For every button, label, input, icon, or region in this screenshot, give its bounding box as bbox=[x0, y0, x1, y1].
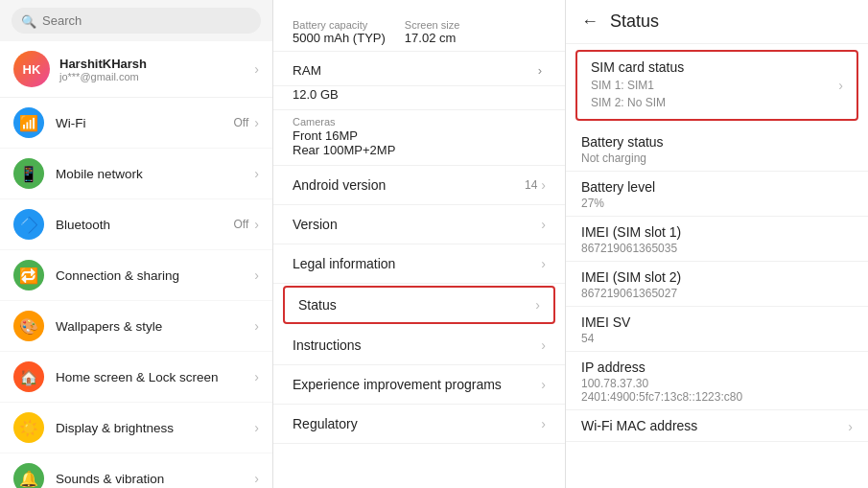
battery-level-label: Battery level bbox=[581, 179, 853, 195]
sidebar-item-wifi[interactable]: 📶 Wi-Fi Off › bbox=[0, 98, 272, 149]
battery-label: Battery capacity bbox=[293, 19, 386, 31]
sidebar-item-home-screen[interactable]: 🏠 Home screen & Lock screen › bbox=[0, 352, 272, 403]
wifi-mac-chevron: › bbox=[848, 419, 853, 434]
search-bar: 🔍 bbox=[0, 0, 272, 41]
status-battery-status: Battery status Not charging bbox=[566, 127, 868, 172]
experience-chevron: › bbox=[541, 377, 546, 392]
status-imei-sv: IMEI SV 54 bbox=[566, 307, 868, 352]
display-icon: ☀️ bbox=[13, 412, 44, 443]
mid-nav-experience[interactable]: Experience improvement programs › bbox=[273, 365, 565, 405]
sounds-icon: 🔔 bbox=[13, 463, 44, 488]
profile-info: HarshitKHarsh jo***@gmail.com bbox=[59, 57, 254, 82]
sounds-label: Sounds & vibration bbox=[56, 472, 254, 486]
connection-sharing-icon: 🔁 bbox=[13, 260, 44, 290]
regulatory-chevron: › bbox=[541, 416, 546, 431]
wifi-value: Off bbox=[234, 116, 249, 129]
sounds-chevron: › bbox=[254, 471, 259, 486]
wallpapers-chevron: › bbox=[254, 318, 259, 334]
instructions-chevron: › bbox=[541, 337, 546, 353]
mobile-network-chevron: › bbox=[254, 166, 259, 181]
connection-sharing-chevron: › bbox=[254, 267, 259, 283]
instructions-label: Instructions bbox=[293, 337, 541, 353]
mid-nav-version[interactable]: Version › bbox=[273, 205, 565, 244]
profile-name: HarshitKHarsh bbox=[59, 57, 254, 71]
status-imei-slot2: IMEI (SIM slot 2) 867219061365027 bbox=[566, 262, 868, 307]
wifi-mac-label: Wi-Fi MAC address bbox=[581, 418, 848, 433]
battery-status-label: Battery status bbox=[581, 134, 853, 150]
cameras-block: Cameras Front 16MP Rear 100MP+2MP bbox=[273, 110, 565, 166]
sidebar-item-sounds[interactable]: 🔔 Sounds & vibration › bbox=[0, 453, 272, 488]
wallpapers-label: Wallpapers & style bbox=[56, 319, 254, 334]
connection-sharing-label: Connection & sharing bbox=[56, 268, 254, 283]
menu-list: 📶 Wi-Fi Off › 📱 Mobile network › 🔷 Bluet… bbox=[0, 98, 272, 488]
right-header: ← Status bbox=[566, 0, 868, 44]
version-chevron: › bbox=[541, 217, 546, 232]
imei-slot2-label: IMEI (SIM slot 2) bbox=[581, 269, 853, 285]
wifi-mac-content: Wi-Fi MAC address bbox=[581, 418, 848, 435]
version-label: Version bbox=[293, 217, 541, 232]
ram-label: RAM bbox=[293, 63, 321, 78]
home-screen-icon: 🏠 bbox=[13, 361, 44, 392]
mid-nav-status[interactable]: Status › bbox=[283, 286, 555, 324]
experience-label: Experience improvement programs bbox=[293, 377, 541, 392]
sim-card-status-value: SIM 1: SIM1SIM 2: No SIM bbox=[591, 77, 838, 111]
ram-value: 12.0 GB bbox=[293, 87, 339, 102]
android-version-chevron: › bbox=[541, 177, 546, 193]
imei-slot1-value: 867219061365035 bbox=[581, 242, 853, 255]
status-sim-card-status[interactable]: SIM card status SIM 1: SIM1SIM 2: No SIM… bbox=[575, 50, 858, 121]
ram-row[interactable]: RAM › bbox=[273, 56, 565, 86]
status-imei-slot1: IMEI (SIM slot 1) 867219061365035 bbox=[566, 217, 868, 262]
mid-nav-regulatory[interactable]: Regulatory › bbox=[273, 405, 565, 444]
rear-camera: Rear 100MP+2MP bbox=[293, 143, 546, 157]
bluetooth-chevron: › bbox=[254, 217, 259, 232]
sidebar-item-bluetooth[interactable]: 🔷 Bluetooth Off › bbox=[0, 199, 272, 250]
status-chevron: › bbox=[535, 297, 540, 313]
mid-nav-instructions[interactable]: Instructions › bbox=[273, 326, 565, 365]
sidebar-item-mobile-network[interactable]: 📱 Mobile network › bbox=[0, 149, 272, 199]
status-list: SIM card status SIM 1: SIM1SIM 2: No SIM… bbox=[566, 50, 868, 442]
home-screen-label: Home screen & Lock screen bbox=[56, 370, 254, 384]
sim-card-status-chevron: › bbox=[838, 78, 843, 93]
mid-nav-list: Android version 14 › Version › Legal inf… bbox=[273, 166, 565, 444]
display-chevron: › bbox=[254, 420, 259, 435]
bluetooth-value: Off bbox=[234, 218, 249, 231]
display-label: Display & brightness bbox=[56, 421, 254, 435]
mobile-network-icon: 📱 bbox=[13, 158, 44, 189]
battery-capacity: Battery capacity 5000 mAh (TYP) bbox=[293, 19, 386, 45]
status-label: Status bbox=[298, 297, 535, 313]
right-panel: ← Status SIM card status SIM 1: SIM1SIM … bbox=[566, 0, 868, 488]
profile-row[interactable]: HK HarshitKHarsh jo***@gmail.com › bbox=[0, 41, 272, 98]
search-input[interactable] bbox=[12, 8, 261, 34]
android-version-value: 14 bbox=[525, 178, 537, 192]
imei-sv-label: IMEI SV bbox=[581, 314, 853, 330]
mid-nav-legal[interactable]: Legal information › bbox=[273, 244, 565, 284]
wifi-chevron: › bbox=[254, 115, 259, 130]
right-title: Status bbox=[610, 12, 659, 32]
bluetooth-icon: 🔷 bbox=[13, 209, 44, 240]
sidebar-item-connection-sharing[interactable]: 🔁 Connection & sharing › bbox=[0, 250, 272, 301]
search-icon: 🔍 bbox=[21, 13, 36, 28]
imei-slot1-label: IMEI (SIM slot 1) bbox=[581, 224, 853, 240]
sim-card-status-label: SIM card status bbox=[591, 59, 838, 75]
ip-address-label: IP address bbox=[581, 360, 853, 375]
legal-label: Legal information bbox=[293, 256, 541, 271]
sidebar-item-display[interactable]: ☀️ Display & brightness › bbox=[0, 403, 272, 453]
sidebar-item-wallpapers[interactable]: 🎨 Wallpapers & style › bbox=[0, 301, 272, 352]
sim-card-status-content: SIM card status SIM 1: SIM1SIM 2: No SIM bbox=[591, 59, 838, 111]
status-wifi-mac[interactable]: Wi-Fi MAC address › bbox=[566, 410, 868, 442]
battery-level-value: 27% bbox=[581, 197, 853, 210]
imei-slot2-value: 867219061365027 bbox=[581, 287, 853, 300]
legal-chevron: › bbox=[541, 256, 546, 271]
profile-chevron: › bbox=[254, 61, 259, 77]
battery-value: 5000 mAh (TYP) bbox=[293, 31, 386, 45]
home-screen-chevron: › bbox=[254, 369, 259, 384]
battery-status-value: Not charging bbox=[581, 151, 853, 165]
profile-email: jo***@gmail.com bbox=[59, 71, 254, 82]
back-button[interactable]: ← bbox=[581, 12, 598, 32]
ip-address-value: 100.78.37.302401:4900:5fc7:13c8::1223:c8… bbox=[581, 377, 853, 404]
regulatory-label: Regulatory bbox=[293, 416, 541, 431]
cameras-label: Cameras bbox=[293, 116, 546, 128]
front-camera: Front 16MP bbox=[293, 128, 546, 143]
mid-nav-android-version[interactable]: Android version 14 › bbox=[273, 166, 565, 205]
status-ip-address: IP address 100.78.37.302401:4900:5fc7:13… bbox=[566, 352, 868, 410]
